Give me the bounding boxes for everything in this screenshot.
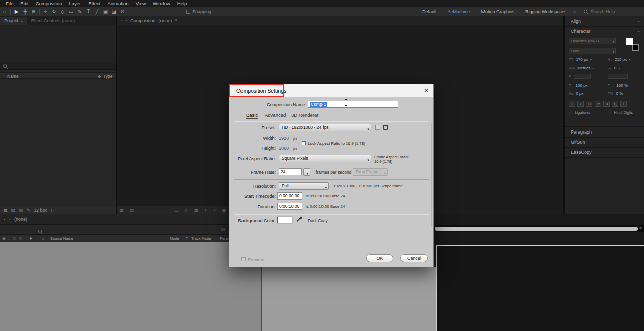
new-composition-icon[interactable]: ▥ [19, 208, 23, 213]
composition-name-input[interactable]: Comp 1 [308, 101, 398, 108]
mask-visibility-icon[interactable]: ▭ [174, 208, 179, 213]
project-search-field[interactable] [0, 63, 116, 70]
save-preset-icon[interactable] [375, 125, 380, 130]
column-t[interactable]: T [186, 236, 188, 241]
menu-view[interactable]: View [132, 0, 149, 7]
panel-menu-icon[interactable]: ≡ [21, 19, 23, 23]
workspace-aemachine[interactable]: AeMachine [442, 7, 476, 16]
target-icon[interactable]: ◇ [185, 208, 188, 213]
small-caps-icon[interactable]: Tт [595, 101, 601, 107]
fill-color-swatch[interactable] [626, 38, 633, 45]
workspace-rigging[interactable]: Rigging Workspace [520, 7, 570, 16]
lock-icon[interactable]: ◇ [19, 236, 22, 241]
background-color-swatch[interactable] [277, 217, 292, 223]
lock-aspect-checkbox[interactable] [302, 141, 306, 145]
tab-project[interactable]: Project ≡ [0, 17, 27, 25]
label-column-icon[interactable]: ✱ [29, 236, 32, 241]
menu-layer[interactable]: Layer [66, 0, 85, 7]
horizontal-scale-value[interactable]: 100 % [616, 83, 628, 88]
tracking-value[interactable]: 0 [614, 65, 616, 70]
column-type[interactable]: Type [103, 74, 112, 79]
pen-tool-icon[interactable]: ✎ [75, 7, 84, 16]
font-family-dropdown[interactable]: Helvetica Now D... ▾ [569, 38, 616, 44]
trash-icon[interactable]: ▯ [51, 208, 53, 213]
search-icon[interactable] [38, 230, 43, 234]
column-track-matte[interactable]: Track Matte [191, 236, 211, 241]
menu-edit[interactable]: Edit [17, 0, 32, 7]
snapping-checkbox[interactable] [186, 10, 190, 14]
close-icon[interactable]: × [424, 87, 428, 94]
grid-guides-icon[interactable]: ▤ [130, 208, 134, 213]
panel-menu-icon[interactable]: ≡ [175, 18, 177, 23]
pan-behind-tool-icon[interactable]: ◇ [58, 7, 67, 16]
channels-icon[interactable]: ▦ [194, 208, 198, 213]
vertical-scale-value[interactable]: 100 px [576, 83, 588, 88]
panel-menu-icon[interactable]: ≡ [637, 29, 640, 33]
brush-tool-icon[interactable]: ╱ [93, 7, 101, 16]
preview-checkbox[interactable] [242, 257, 246, 261]
column-name[interactable]: Name [7, 74, 19, 79]
transparency-grid-icon[interactable]: ▣ [222, 208, 226, 213]
frame-rate-dropdown-button[interactable]: ▾ [303, 168, 310, 176]
ok-button[interactable]: OK [366, 254, 393, 262]
layer-number-column[interactable]: # [42, 236, 44, 241]
resolution-icon[interactable]: + [204, 208, 207, 213]
paragraph-panel-title[interactable]: Paragraph [571, 129, 592, 135]
zoom-tool-icon[interactable]: ⊕ [29, 7, 38, 16]
interpret-footage-icon[interactable]: ▦ [3, 208, 8, 213]
project-bpc-label[interactable]: 32 bpc [34, 208, 47, 213]
resize-grip-icon[interactable]: ≈ [640, 244, 642, 249]
dialog-scrollbar[interactable] [431, 123, 432, 227]
resolution-dropdown[interactable]: Full ▾ [279, 182, 329, 190]
type-tool-icon[interactable]: T [84, 7, 93, 16]
menu-effect[interactable]: Effect [85, 0, 104, 7]
workspace-default[interactable]: Default [417, 7, 442, 16]
puppet-pin-tool-icon[interactable]: ⊙ [118, 7, 127, 16]
adjust-icon[interactable]: ✎ [27, 208, 31, 213]
viewer-tab-label[interactable]: Composition [130, 18, 155, 23]
eyedropper-icon[interactable] [296, 217, 302, 223]
workspace-motion-graphics[interactable]: Motion Graphics [476, 7, 520, 16]
zoom-slider-icon[interactable]: ≡ [639, 226, 642, 231]
tab-advanced[interactable]: Advanced [265, 112, 286, 118]
panel-menu-icon[interactable]: ≡ [637, 19, 640, 23]
menu-file[interactable]: File [2, 0, 17, 7]
start-timecode-input[interactable]: 0:00:00:00 [277, 192, 302, 200]
underline-icon[interactable]: T [620, 101, 627, 107]
all-caps-icon[interactable]: TT [586, 101, 592, 107]
magnification-icon[interactable]: ▦ [119, 208, 124, 213]
shape-tool-icon[interactable]: ▭ [67, 7, 75, 16]
clone-stamp-tool-icon[interactable]: ▣ [101, 7, 110, 16]
horizontal-scrollbar-track[interactable] [434, 225, 644, 232]
cancel-button[interactable]: Cancel [400, 254, 428, 262]
workspace-overflow-icon[interactable]: » [570, 9, 579, 14]
ligatures-checkbox[interactable] [569, 111, 572, 114]
selection-tool-icon[interactable]: ▶ [12, 7, 21, 16]
kerning-value[interactable]: Metrics [577, 65, 590, 70]
pixel-aspect-ratio-dropdown[interactable]: Square Pixels ▾ [279, 155, 371, 162]
timeline-tab-label[interactable]: (none) [14, 217, 27, 222]
width-value[interactable]: 1920 [279, 136, 289, 141]
roi-icon[interactable]: ◔ [213, 208, 215, 213]
menu-help[interactable]: Help [174, 0, 191, 7]
close-panel-icon[interactable]: × [121, 18, 123, 23]
height-value[interactable]: 1080 [279, 146, 289, 151]
drop-frame-dropdown[interactable]: Drop Frame ▾ [353, 168, 388, 176]
superscript-icon[interactable]: T¹ [603, 101, 610, 107]
home-icon[interactable]: ⌂ [0, 7, 9, 16]
tsume-value[interactable]: 0 % [616, 91, 623, 96]
hindi-digits-checkbox[interactable] [608, 111, 611, 114]
solo-icon[interactable]: □ [13, 236, 16, 241]
tab-effect-controls[interactable]: Effect Controls (none) [27, 17, 79, 25]
align-panel-title[interactable]: Align [571, 19, 581, 24]
menu-window[interactable]: Window [149, 0, 174, 7]
duration-input[interactable]: 0:00:10:00 [277, 203, 302, 210]
rotate-tool-icon[interactable]: ↻ [50, 7, 58, 16]
gifgun-panel-title[interactable]: GifGun [571, 140, 585, 145]
preset-dropdown[interactable]: HD · 1920x1080 · 24 fps ▾ [279, 124, 371, 131]
tab-3d-renderer[interactable]: 3D Renderer [291, 112, 318, 118]
menu-composition[interactable]: Composition [32, 0, 66, 7]
leading-value[interactable]: 215 px [615, 57, 627, 62]
font-size-value[interactable]: 170 px [576, 57, 588, 62]
video-visibility-icon[interactable]: ◉ [2, 236, 6, 241]
